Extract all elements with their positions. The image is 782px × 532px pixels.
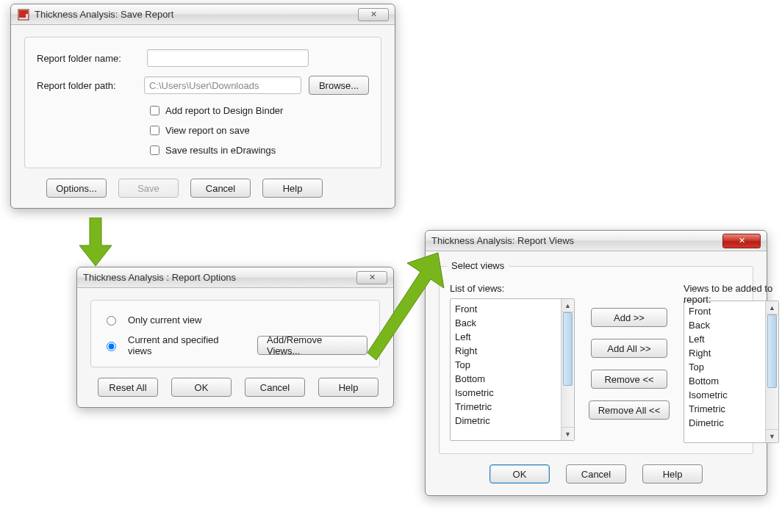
add-remove-views-button[interactable]: Add/Remove Views... (257, 336, 367, 355)
list-of-views-listbox[interactable]: FrontBackLeftRightTopBottomIsometricTrim… (450, 298, 575, 441)
save-button[interactable]: Save (118, 179, 179, 198)
list-item[interactable]: Top (689, 360, 761, 374)
remove-button[interactable]: Remove << (591, 370, 667, 389)
close-icon: ✕ (370, 10, 377, 19)
cancel-button[interactable]: Cancel (245, 378, 305, 397)
titlebar[interactable]: Thickness Analysis : Report Options ✕ (77, 267, 393, 288)
views-to-add-listbox[interactable]: FrontBackLeftRightTopBottomIsometricTrim… (684, 301, 779, 443)
list-item[interactable]: Trimetric (689, 402, 761, 416)
save-report-dialog: Thickness Analysis: Save Report ✕ Report… (10, 4, 395, 209)
flow-arrow-icon (367, 250, 456, 367)
list-item[interactable]: Bottom (689, 374, 761, 388)
flow-arrow-icon (73, 218, 118, 269)
titlebar[interactable]: Thickness Analysis: Report Views ✕ (426, 231, 767, 251)
add-to-binder-checkbox[interactable] (150, 106, 159, 115)
list-item[interactable]: Right (455, 344, 556, 358)
folder-name-label: Report folder name: (37, 53, 147, 64)
list-item[interactable]: Left (689, 332, 761, 346)
list-item[interactable]: Dimetric (689, 416, 761, 430)
reset-all-button[interactable]: Reset All (98, 378, 158, 397)
solidworks-icon (17, 8, 30, 21)
remove-all-button[interactable]: Remove All << (589, 400, 670, 420)
save-edrawings-checkbox[interactable] (150, 145, 159, 155)
folder-path-label: Report folder path: (37, 80, 144, 91)
svg-marker-1 (79, 218, 112, 266)
list-item[interactable]: Isometric (689, 388, 761, 402)
list-item[interactable]: Trimetric (455, 400, 556, 414)
svg-marker-2 (367, 253, 444, 360)
folder-path-input[interactable] (144, 76, 301, 94)
list-item[interactable]: Front (689, 304, 761, 318)
scroll-down-icon[interactable]: ▼ (562, 427, 574, 440)
scrollbar[interactable]: ▲ ▼ (765, 301, 778, 442)
current-and-specified-label: Current and specified views (128, 334, 243, 356)
browse-button[interactable]: Browse... (309, 76, 369, 95)
add-button[interactable]: Add >> (591, 308, 667, 327)
report-views-dialog: Thickness Analysis: Report Views ✕ Selec… (425, 230, 767, 496)
list-item[interactable]: Isometric (455, 386, 556, 400)
titlebar[interactable]: Thickness Analysis: Save Report ✕ (11, 4, 395, 25)
ok-button[interactable]: OK (171, 378, 232, 397)
scroll-down-icon[interactable]: ▼ (766, 429, 778, 442)
options-button[interactable]: Options... (46, 179, 107, 198)
current-and-specified-radio[interactable] (107, 342, 116, 351)
help-button[interactable]: Help (318, 378, 379, 397)
scrollbar[interactable]: ▲ ▼ (561, 299, 574, 440)
scroll-up-icon[interactable]: ▲ (766, 301, 778, 314)
list-item[interactable]: Dimetric (455, 414, 556, 428)
list-item[interactable]: Top (455, 358, 556, 372)
list-item[interactable]: Bottom (455, 372, 556, 386)
add-all-button[interactable]: Add All >> (591, 339, 667, 358)
close-button[interactable]: ✕ (722, 234, 761, 248)
list-item[interactable]: Left (455, 330, 556, 344)
scroll-up-icon[interactable]: ▲ (562, 299, 574, 312)
list-item[interactable]: Front (455, 302, 556, 316)
add-to-binder-label: Add report to Design Binder (165, 105, 283, 116)
cancel-button[interactable]: Cancel (190, 179, 251, 198)
only-current-view-radio[interactable] (107, 316, 116, 326)
window-title: Thickness Analysis: Report Views (431, 235, 722, 246)
view-on-save-checkbox[interactable] (150, 126, 159, 135)
list-item[interactable]: Back (455, 316, 556, 330)
cancel-button[interactable]: Cancel (566, 464, 626, 484)
list-of-views-label: List of views: (450, 283, 575, 294)
help-button[interactable]: Help (642, 464, 703, 484)
save-edrawings-label: Save results in eDrawings (165, 145, 276, 156)
view-on-save-label: View report on save (165, 125, 250, 136)
list-item[interactable]: Back (689, 318, 761, 332)
window-title: Thickness Analysis: Save Report (35, 9, 358, 20)
close-button[interactable]: ✕ (358, 8, 389, 21)
only-current-view-label: Only current view (128, 314, 201, 326)
folder-name-input[interactable] (147, 49, 309, 67)
window-title: Thickness Analysis : Report Options (83, 272, 356, 283)
list-item[interactable]: Right (689, 346, 761, 360)
help-button[interactable]: Help (262, 179, 323, 198)
report-options-dialog: Thickness Analysis : Report Options ✕ On… (76, 267, 394, 408)
select-views-legend: Select views (447, 260, 509, 271)
close-icon: ✕ (739, 236, 745, 245)
ok-button[interactable]: OK (489, 464, 550, 484)
